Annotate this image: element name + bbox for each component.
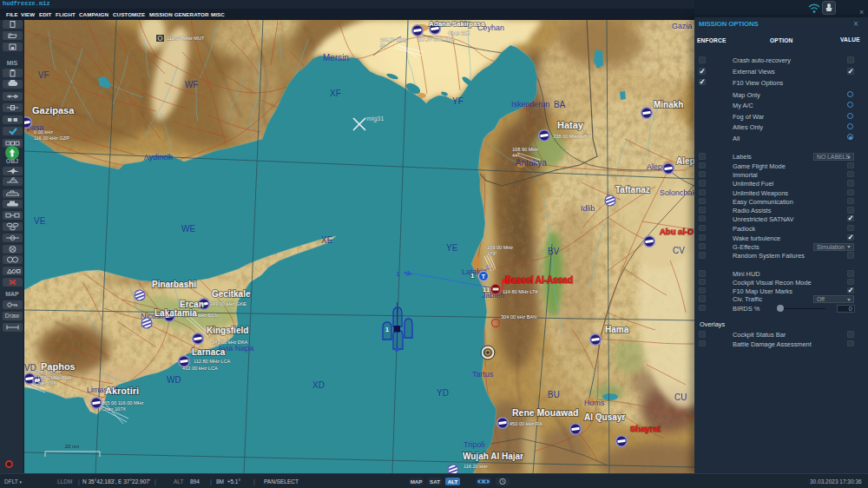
svg-text:Paphos: Paphos: [41, 361, 76, 372]
svg-text:Antakya: Antakya: [516, 158, 548, 168]
svg-text:Idlib: Idlib: [581, 204, 595, 213]
svg-text:Gecitkale: Gecitkale: [212, 289, 251, 299]
svg-text:Bassel Al-Assad: Bassel Al-Assad: [505, 275, 573, 285]
svg-text:1: 1: [396, 270, 400, 278]
svg-text:BA: BA: [554, 100, 566, 109]
svg-text:Abu al-D: Abu al-D: [660, 227, 694, 236]
svg-text:Chan 79X: Chan 79X: [35, 380, 56, 386]
svg-text:865.00 116.00 MHz: 865.00 116.00 MHz: [102, 400, 144, 406]
svg-text:YD: YD: [437, 388, 449, 398]
svg-text:117.90 MHz PHA: 117.90 MHz PHA: [35, 375, 72, 380]
svg-text:0: 0: [486, 264, 490, 270]
svg-text:Tartus: Tartus: [472, 370, 494, 379]
svg-text:11: 11: [483, 286, 490, 293]
svg-text:CU: CU: [674, 392, 687, 402]
svg-text:114.80 MHz LTK: 114.80 MHz LTK: [503, 289, 538, 294]
svg-text:116.00 kHz GZP: 116.00 kHz GZP: [34, 135, 69, 141]
svg-text:WD: WD: [167, 375, 181, 385]
svg-text:1: 1: [385, 326, 389, 333]
svg-text:Wujah Al Hajar: Wujah Al Hajar: [463, 452, 523, 461]
svg-text:Taftanaz: Taftanaz: [615, 185, 650, 195]
svg-text:0: 0: [413, 264, 417, 270]
svg-text:Iskenderun: Iskenderun: [511, 100, 550, 109]
svg-text:Chan 107X: Chan 107X: [102, 406, 126, 412]
svg-text:149.00 kHz GKE: 149.00 kHz GKE: [210, 301, 247, 307]
svg-text:XD: XD: [312, 380, 325, 390]
svg-text:Rene Mouawad: Rene Mouawad: [512, 407, 578, 418]
svg-text:343.00 kHz DKA: 343.00 kHz DKA: [212, 340, 248, 345]
svg-text:Al Qusayr: Al Qusayr: [584, 412, 625, 422]
svg-text:Shayrat: Shayrat: [630, 424, 661, 433]
svg-text:109.00 MHz: 109.00 MHz: [487, 245, 513, 250]
svg-text:112.30 MHz MUT: 112.30 MHz MUT: [167, 36, 205, 41]
svg-text:BV: BV: [548, 247, 560, 256]
svg-text:Tripoli: Tripoli: [464, 440, 484, 449]
svg-text:Adana Sakirpasa: Adana Sakirpasa: [429, 20, 485, 28]
svg-text:WF: WF: [185, 80, 199, 89]
svg-text:116.20 kHz: 116.20 kHz: [464, 464, 488, 469]
svg-text:CV: CV: [673, 246, 685, 255]
svg-text:YF: YF: [452, 96, 464, 106]
svg-text:mig31: mig31: [366, 115, 384, 122]
svg-text:Hama: Hama: [605, 325, 629, 334]
svg-text:Aydincik: Aydincik: [144, 153, 174, 162]
svg-text:Mersin: Mersin: [323, 53, 349, 63]
svg-text:Akrotiri: Akrotiri: [105, 386, 139, 396]
svg-text:T: T: [482, 274, 486, 280]
svg-text:0.00 kHz: 0.00 kHz: [34, 129, 53, 135]
svg-text:450.00 kHz RA: 450.00 kHz RA: [510, 421, 542, 426]
svg-text:VE: VE: [34, 216, 46, 226]
svg-text:Lakatamia: Lakatamia: [155, 308, 197, 318]
svg-text:VF: VF: [38, 70, 49, 80]
svg-text:179°: 179°: [487, 251, 497, 256]
svg-text:108.90 MHz: 108.90 MHz: [512, 147, 538, 152]
svg-text:Larnaca: Larnaca: [192, 347, 226, 357]
svg-text:338.00 MHz HTY: 338.00 MHz HTY: [553, 134, 590, 139]
svg-text:XE: XE: [321, 235, 333, 245]
svg-text:Alepp: Alepp: [676, 156, 694, 166]
svg-text:432.00 kHz LCA: 432.00 kHz LCA: [182, 366, 218, 371]
svg-text:117.10 MHz ADA: 117.10 MHz ADA: [418, 36, 455, 42]
svg-text:304.00 kHz BAN: 304.00 kHz BAN: [501, 314, 536, 320]
svg-text:WE: WE: [181, 224, 195, 234]
svg-text:Chan 21X: Chan 21X: [448, 30, 470, 36]
svg-text:56°: 56°: [380, 43, 387, 49]
svg-text:Gazipasa: Gazipasa: [32, 105, 75, 115]
svg-text:44°: 44°: [512, 153, 519, 158]
svg-text:108.70 MHz: 108.70 MHz: [380, 37, 406, 43]
svg-text:YE: YE: [446, 243, 458, 253]
svg-text:Solonchak: Solonchak: [660, 188, 694, 197]
svg-text:Kingsfield: Kingsfield: [207, 326, 248, 335]
svg-text:Pinarbashi: Pinarbashi: [152, 280, 196, 289]
svg-text:112.80 MHz LCA: 112.80 MHz LCA: [194, 359, 230, 364]
svg-text:Homs: Homs: [584, 399, 605, 407]
svg-text:1: 1: [470, 272, 475, 280]
svg-text:20 nm: 20 nm: [65, 444, 80, 449]
svg-text:BU: BU: [548, 390, 560, 399]
svg-text:Gazia: Gazia: [672, 22, 693, 30]
svg-text:Minakh: Minakh: [654, 100, 683, 109]
svg-text:XF: XF: [330, 89, 341, 98]
svg-text:Hatay: Hatay: [557, 120, 584, 130]
